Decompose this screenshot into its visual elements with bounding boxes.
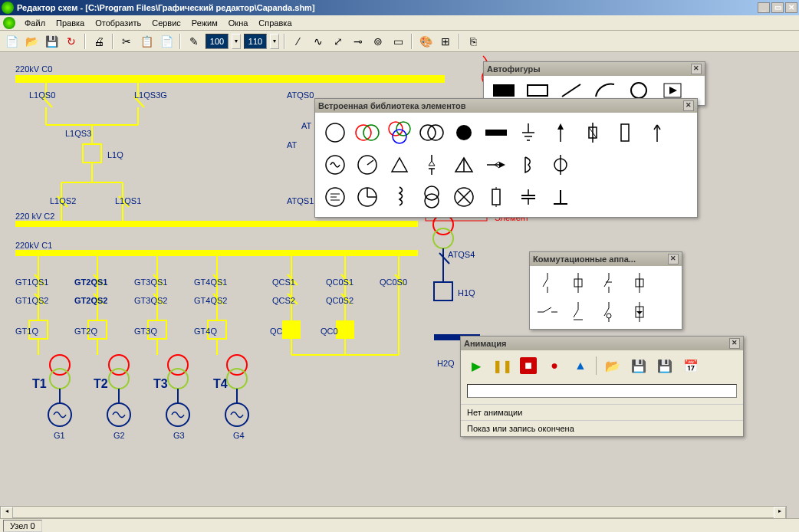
transformer-tool[interactable]: ⊚ (370, 33, 386, 50)
zigzag-tool[interactable]: ∿ (310, 33, 327, 50)
elem-reactor[interactable] (352, 182, 383, 212)
elem-arrow-r[interactable] (481, 149, 511, 180)
elem-meter[interactable] (352, 149, 383, 180)
switchgear-title[interactable]: Коммутационные аппа... ✕ (530, 252, 682, 266)
anim-eject[interactable]: ▲ (570, 355, 591, 376)
sw-disconnect[interactable] (533, 269, 562, 297)
elem-2circ-rg[interactable] (352, 117, 383, 148)
maximize-button[interactable]: ▭ (771, 2, 784, 13)
label-qc0: QC0 (321, 327, 338, 336)
svg-marker-162 (636, 311, 643, 314)
save-button[interactable]: 💾 (43, 33, 60, 50)
scrollbar-horizontal[interactable]: ◂ ▸ (0, 506, 787, 518)
sw-earth[interactable] (564, 298, 593, 326)
elem-3circ[interactable] (384, 117, 415, 148)
menu-display[interactable]: Отобразить (90, 17, 146, 29)
sw-fuse2[interactable] (625, 298, 654, 326)
paste-button[interactable]: 📄 (158, 33, 175, 50)
open-button[interactable]: 📂 (23, 33, 40, 50)
palette-tool[interactable]: 🎨 (417, 33, 434, 50)
anim-save[interactable]: 💾 (628, 355, 649, 376)
coord-y-dropdown[interactable]: ▾ (270, 34, 279, 49)
autoshapes-title[interactable]: Автофигуры ✕ (484, 62, 705, 76)
close-button[interactable]: ✕ (785, 2, 797, 13)
menu-help[interactable]: Справка (254, 17, 296, 29)
switch-tool[interactable]: ⤢ (330, 33, 347, 50)
elem-coil[interactable] (384, 182, 415, 212)
menu-edit[interactable]: Правка (51, 17, 89, 29)
elem-blank1[interactable] (577, 149, 608, 180)
autoshapes-close[interactable]: ✕ (691, 64, 702, 74)
label-qc0s2: QC0S2 (326, 296, 353, 305)
breaker-tool[interactable]: ⊸ (350, 33, 367, 50)
grid-tool[interactable]: ⊞ (437, 33, 454, 50)
menu-mode[interactable]: Режим (187, 17, 222, 29)
elem-arrester[interactable] (416, 149, 447, 180)
animation-close[interactable]: ✕ (729, 338, 740, 349)
menu-service[interactable]: Сервис (147, 17, 186, 29)
anim-record[interactable]: ● (544, 355, 565, 376)
sw-motor[interactable] (625, 269, 654, 297)
canvas[interactable]: 220kV C0 220 kV C2 220kV C1 L1QS0 L1QS3G… (0, 52, 799, 518)
elem-delta[interactable] (384, 149, 415, 180)
library-close[interactable]: ✕ (683, 100, 694, 111)
refresh-button[interactable]: ↻ (63, 33, 80, 50)
label-t1: T1 (32, 377, 47, 391)
sw-auto[interactable] (594, 298, 623, 326)
switchgear-close[interactable]: ✕ (668, 254, 679, 264)
sw-breaker[interactable] (564, 269, 593, 297)
scroll-right[interactable]: ▸ (774, 507, 786, 519)
elem-arrow-up[interactable] (545, 117, 576, 148)
label-atqs0: ATQS0 (287, 90, 314, 100)
svg-point-56 (227, 369, 247, 389)
print-button[interactable]: 🖨 (90, 33, 107, 50)
elem-e[interactable] (320, 182, 350, 212)
elem-circle[interactable] (320, 117, 350, 148)
elem-blank2[interactable] (610, 149, 640, 180)
minimize-button[interactable]: _ (758, 2, 770, 13)
elem-source[interactable] (320, 149, 350, 180)
elem-delta2[interactable] (449, 149, 479, 180)
anim-input[interactable] (467, 384, 737, 398)
shapes-tool[interactable]: ▭ (390, 33, 406, 50)
anim-play[interactable]: ▶ (465, 355, 487, 376)
coord-x-input[interactable] (206, 34, 229, 49)
coord-y-input[interactable] (244, 34, 267, 49)
menu-file[interactable]: Файл (20, 17, 50, 29)
anim-saveall[interactable]: 💾 (654, 355, 676, 376)
elem-rect-v[interactable] (610, 117, 640, 148)
elem-ground[interactable] (513, 117, 544, 148)
sw-h[interactable] (533, 298, 562, 326)
line-tool[interactable]: ∕ (290, 33, 307, 50)
elem-disc[interactable] (449, 117, 479, 148)
elem-arrow-up2[interactable] (642, 117, 672, 148)
elem-perp[interactable] (545, 182, 576, 212)
coord-x-dropdown[interactable]: ▾ (232, 34, 241, 49)
library-title[interactable]: Встроенная библиотека элементов ✕ (315, 99, 697, 113)
elem-cap[interactable] (513, 182, 544, 212)
anim-stop[interactable]: ■ (518, 355, 539, 376)
anim-pause[interactable]: ❚❚ (492, 355, 513, 376)
anim-calendar[interactable]: 📅 (680, 355, 702, 376)
elem-rect2[interactable] (481, 182, 511, 212)
elem-fuse[interactable] (577, 117, 608, 148)
cut-button[interactable]: ✂ (118, 33, 135, 50)
svg-marker-106 (429, 161, 435, 166)
animation-title[interactable]: Анимация ✕ (461, 337, 743, 350)
elem-auto[interactable] (416, 182, 447, 212)
scroll-left[interactable]: ◂ (1, 507, 13, 519)
pencil-icon[interactable]: ✎ (186, 33, 202, 50)
sw-load[interactable] (594, 269, 623, 297)
elem-b[interactable] (513, 149, 544, 180)
elem-2circ-bb[interactable] (416, 117, 447, 148)
elem-cb[interactable] (449, 182, 479, 212)
elem-ct[interactable] (545, 149, 576, 180)
anim-open[interactable]: 📂 (602, 355, 623, 376)
menu-windows[interactable]: Окна (224, 17, 253, 29)
exit-tool[interactable]: ⎘ (465, 33, 482, 50)
new-button[interactable]: 📄 (3, 33, 20, 50)
elem-blank3[interactable] (642, 149, 672, 180)
elem-bar[interactable] (481, 117, 511, 148)
copy-button[interactable]: 📋 (138, 33, 155, 50)
label-t2: T2 (94, 377, 108, 391)
